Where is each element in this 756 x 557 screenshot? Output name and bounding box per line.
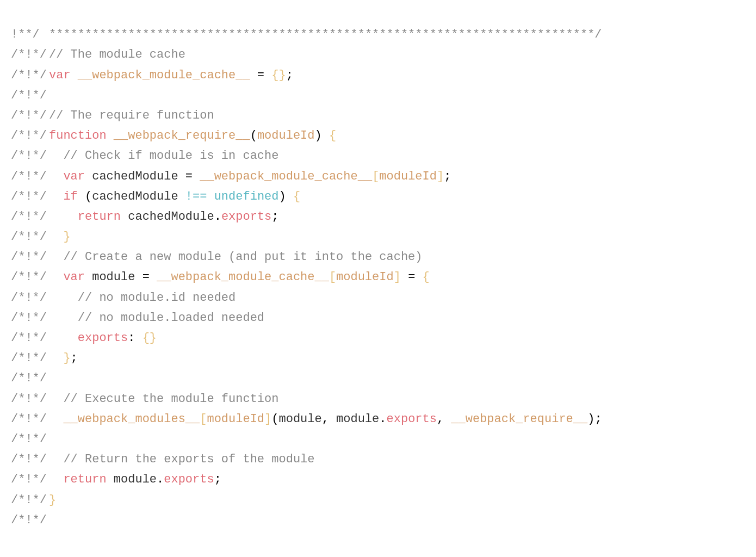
line-prefix: /*!*/ bbox=[11, 349, 49, 368]
line-content: var module = __webpack_module_cache__[mo… bbox=[49, 268, 745, 287]
line-prefix: /*!*/ bbox=[11, 66, 49, 85]
line-content: // Return the exports of the module bbox=[49, 450, 745, 469]
line-prefix: /*!*/ bbox=[11, 146, 49, 165]
line-prefix: /*!*/ bbox=[11, 369, 49, 388]
code-line: /*!*/ bbox=[0, 85, 756, 106]
code-line: /*!*/} bbox=[0, 490, 756, 510]
line-prefix: /*!*/ bbox=[11, 329, 49, 348]
line-content: if (cachedModule !== undefined) { bbox=[49, 187, 745, 206]
line-prefix: /*!*/ bbox=[11, 45, 49, 64]
line-prefix: /*!*/ bbox=[11, 207, 49, 226]
line-content: }; bbox=[49, 349, 745, 368]
line-content: var cachedModule = __webpack_module_cach… bbox=[49, 167, 745, 186]
line-prefix: /*!*/ bbox=[11, 450, 49, 469]
line-content: return cachedModule.exports; bbox=[49, 207, 745, 226]
line-prefix: /*!*/ bbox=[11, 389, 49, 409]
code-line: /*!*/ if (cachedModule !== undefined) { bbox=[0, 187, 756, 207]
line-content: __webpack_modules__[moduleId](module, mo… bbox=[49, 410, 745, 429]
code-line: /*!*/ // Return the exports of the modul… bbox=[0, 449, 756, 469]
line-prefix: /*!*/ bbox=[11, 268, 49, 287]
line-content: exports: {} bbox=[49, 329, 745, 348]
line-prefix: /*!*/ bbox=[11, 86, 49, 105]
code-line: /*!*/ bbox=[0, 510, 756, 530]
code-line: /*!*/ bbox=[0, 429, 756, 449]
line-prefix: /*!*/ bbox=[11, 288, 49, 307]
line-content: // The require function bbox=[49, 106, 745, 125]
line-prefix: /*!*/ bbox=[11, 470, 49, 489]
code-line: /*!*/ // no module.id needed bbox=[0, 288, 756, 308]
line-prefix: /*!*/ bbox=[11, 106, 49, 125]
line-prefix: /*!*/ bbox=[11, 126, 49, 145]
line-prefix: /*!*/ bbox=[11, 187, 49, 206]
line-content: } bbox=[49, 491, 745, 510]
line-content: // no module.id needed bbox=[49, 288, 745, 307]
code-line: /*!*/ exports: {} bbox=[0, 328, 756, 348]
line-prefix: /*!*/ bbox=[11, 511, 49, 530]
line-content: // The module cache bbox=[49, 45, 745, 64]
line-content: } bbox=[49, 227, 745, 246]
code-line: /*!*/// The require function bbox=[0, 106, 756, 126]
line-content: function __webpack_require__(moduleId) { bbox=[49, 126, 745, 145]
code-line: /*!*/ // Execute the module function bbox=[0, 389, 756, 409]
line-content: // Execute the module function bbox=[49, 389, 745, 409]
code-line: /*!*/ // no module.loaded needed bbox=[0, 308, 756, 328]
code-line: /*!*/ var module = __webpack_module_cach… bbox=[0, 267, 756, 287]
line-content: // Create a new module (and put it into … bbox=[49, 247, 745, 267]
line-prefix: /*!*/ bbox=[11, 227, 49, 246]
code-line: /*!*/ __webpack_modules__[moduleId](modu… bbox=[0, 409, 756, 429]
code-line: /*!*/ // Check if module is in cache bbox=[0, 146, 756, 166]
code-line: /*!*/function __webpack_require__(module… bbox=[0, 126, 756, 146]
code-line: !**/************************************… bbox=[0, 24, 756, 45]
line-prefix: /*!*/ bbox=[11, 308, 49, 327]
code-line: /*!*/ bbox=[0, 368, 756, 388]
line-prefix: /*!*/ bbox=[11, 491, 49, 510]
line-content: // Check if module is in cache bbox=[49, 146, 745, 165]
line-content: return module.exports; bbox=[49, 470, 745, 489]
code-line: /*!*/ // Create a new module (and put it… bbox=[0, 247, 756, 267]
code-viewer: !**/************************************… bbox=[0, 0, 756, 536]
code-line: /*!*/// The module cache bbox=[0, 45, 756, 65]
code-line: /*!*/ return module.exports; bbox=[0, 469, 756, 490]
line-prefix: /*!*/ bbox=[11, 430, 49, 449]
line-content: // no module.loaded needed bbox=[49, 308, 745, 327]
line-prefix: !**/ bbox=[11, 25, 49, 44]
line-content: var __webpack_module_cache__ = {}; bbox=[49, 66, 745, 85]
code-line: /*!*/ var cachedModule = __webpack_modul… bbox=[0, 166, 756, 187]
line-content: ****************************************… bbox=[49, 25, 745, 44]
line-prefix: /*!*/ bbox=[11, 410, 49, 429]
line-prefix: /*!*/ bbox=[11, 247, 49, 267]
code-line: /*!*/var __webpack_module_cache__ = {}; bbox=[0, 65, 756, 85]
code-line: /*!*/ return cachedModule.exports; bbox=[0, 207, 756, 227]
line-prefix: /*!*/ bbox=[11, 167, 49, 186]
code-line: /*!*/ }; bbox=[0, 348, 756, 368]
code-line: /*!*/ } bbox=[0, 227, 756, 247]
